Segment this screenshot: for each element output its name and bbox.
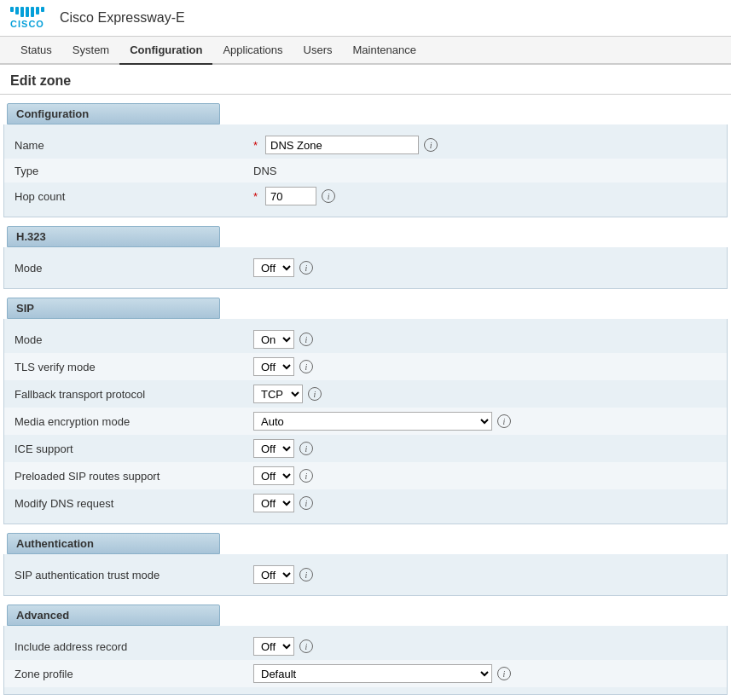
app-title: Cisco Expressway-E: [60, 10, 185, 26]
header: CISCO Cisco Expressway-E: [0, 0, 731, 37]
row-hop-count: Hop count * i: [4, 182, 727, 210]
nav-users[interactable]: Users: [293, 37, 343, 63]
info-sip-auth-trust-icon[interactable]: i: [299, 568, 313, 581]
section-configuration-header: Configuration: [7, 103, 220, 124]
value-h323-mode: Off On i: [253, 258, 313, 277]
label-sip-auth-trust: SIP authentication trust mode: [15, 569, 253, 581]
type-value: DNS: [253, 165, 276, 177]
row-name: Name * i: [4, 131, 727, 159]
label-modify-dns: Modify DNS request: [15, 497, 253, 510]
nav-maintenance[interactable]: Maintenance: [342, 37, 426, 63]
row-media-encryption: Media encryption mode Auto Best effort F…: [4, 408, 727, 435]
label-hop-count: Hop count: [15, 190, 253, 203]
cisco-text: CISCO: [10, 19, 44, 29]
section-authentication: Authentication SIP authentication trust …: [0, 533, 731, 596]
section-h323-header: H.323: [7, 226, 220, 247]
row-preloaded-sip: Preloaded SIP routes support Off On i: [4, 462, 727, 489]
info-ice-support-icon[interactable]: i: [299, 442, 313, 455]
label-sip-mode: Mode: [15, 333, 253, 346]
row-modify-dns: Modify DNS request Off On i: [4, 489, 727, 517]
select-tls-verify[interactable]: Off On: [253, 357, 294, 376]
info-sip-mode-icon[interactable]: i: [299, 333, 313, 346]
page-title: Edit zone: [0, 65, 731, 95]
cisco-bars: [10, 7, 44, 17]
value-name: * i: [253, 136, 438, 154]
nav-configuration[interactable]: Configuration: [119, 37, 212, 65]
required-hop: *: [253, 190, 258, 203]
value-tls-verify: Off On i: [253, 357, 313, 376]
section-configuration-body: Name * i Type DNS Hop count * i: [3, 124, 728, 217]
input-name[interactable]: [265, 136, 419, 154]
label-ice-support: ICE support: [15, 443, 253, 455]
row-include-address: Include address record Off On i: [4, 633, 727, 660]
label-preloaded-sip: Preloaded SIP routes support: [15, 470, 253, 483]
required-name: *: [253, 139, 258, 152]
section-configuration: Configuration Name * i Type DNS Hop coun…: [0, 103, 731, 217]
row-fallback-transport: Fallback transport protocol TCP TLS UDP …: [4, 380, 727, 408]
label-zone-profile: Zone profile: [15, 668, 253, 680]
row-sip-auth-trust: SIP authentication trust mode Off On i: [4, 561, 727, 588]
label-h323-mode: Mode: [15, 262, 253, 275]
section-authentication-header: Authentication: [7, 533, 220, 554]
nav-status[interactable]: Status: [10, 37, 62, 63]
section-h323: H.323 Mode Off On i: [0, 226, 731, 289]
row-tls-verify: TLS verify mode Off On i: [4, 353, 727, 380]
select-media-encryption[interactable]: Auto Best effort Force encrypted Force u…: [253, 412, 492, 431]
select-sip-auth-trust[interactable]: Off On: [253, 565, 294, 584]
row-h323-mode: Mode Off On i: [4, 254, 727, 281]
value-type: DNS: [253, 165, 276, 177]
select-include-address[interactable]: Off On: [253, 637, 294, 656]
label-media-encryption: Media encryption mode: [15, 415, 253, 428]
section-sip-body: Mode On Off i TLS verify mode Off On i: [3, 319, 728, 524]
info-name-icon[interactable]: i: [424, 138, 438, 152]
info-hop-icon[interactable]: i: [322, 189, 335, 203]
bar4: [26, 7, 29, 17]
section-authentication-body: SIP authentication trust mode Off On i: [3, 554, 728, 596]
bar2: [15, 7, 19, 14]
section-h323-body: Mode Off On i: [3, 247, 728, 289]
section-sip-header: SIP: [7, 298, 220, 319]
label-tls-verify: TLS verify mode: [15, 361, 253, 373]
label-include-address: Include address record: [15, 640, 253, 653]
nav: Status System Configuration Applications…: [0, 37, 731, 65]
info-preloaded-sip-icon[interactable]: i: [299, 469, 313, 483]
row-sip-mode: Mode On Off i: [4, 326, 727, 353]
select-modify-dns[interactable]: Off On: [253, 494, 294, 512]
bar3: [20, 7, 24, 17]
nav-system[interactable]: System: [62, 37, 119, 63]
label-fallback-transport: Fallback transport protocol: [15, 388, 253, 401]
bar1: [10, 7, 14, 12]
section-advanced: Advanced Include address record Off On i…: [0, 605, 731, 695]
label-type: Type: [15, 165, 253, 177]
select-h323-mode[interactable]: Off On: [253, 258, 294, 277]
info-media-encryption-icon[interactable]: i: [497, 414, 511, 428]
value-sip-auth-trust: Off On i: [253, 565, 313, 584]
info-include-address-icon[interactable]: i: [299, 639, 313, 653]
info-zone-profile-icon[interactable]: i: [497, 667, 511, 680]
info-fallback-transport-icon[interactable]: i: [308, 387, 322, 401]
input-hop-count[interactable]: [265, 187, 316, 205]
section-sip: SIP Mode On Off i TLS verify mode Off On…: [0, 298, 731, 524]
row-type: Type DNS: [4, 159, 727, 182]
value-sip-mode: On Off i: [253, 330, 313, 349]
bar7: [41, 7, 44, 12]
row-zone-profile: Zone profile Default Custom CiscoUnified…: [4, 660, 727, 687]
select-fallback-transport[interactable]: TCP TLS UDP: [253, 385, 303, 403]
value-hop-count: * i: [253, 187, 335, 205]
nav-applications[interactable]: Applications: [212, 37, 293, 63]
info-modify-dns-icon[interactable]: i: [299, 496, 313, 510]
cisco-logo: CISCO: [10, 7, 44, 29]
select-preloaded-sip[interactable]: Off On: [253, 466, 294, 485]
value-preloaded-sip: Off On i: [253, 466, 313, 485]
label-name: Name: [15, 139, 253, 152]
select-sip-mode[interactable]: On Off: [253, 330, 294, 349]
value-media-encryption: Auto Best effort Force encrypted Force u…: [253, 412, 511, 431]
info-tls-verify-icon[interactable]: i: [299, 360, 313, 373]
info-h323-mode-icon[interactable]: i: [299, 261, 313, 275]
row-ice-support: ICE support Off On i: [4, 435, 727, 462]
value-fallback-transport: TCP TLS UDP i: [253, 385, 322, 403]
select-ice-support[interactable]: Off On: [253, 439, 294, 458]
bar6: [36, 7, 39, 14]
section-advanced-body: Include address record Off On i Zone pro…: [3, 626, 728, 695]
select-zone-profile[interactable]: Default Custom CiscoUnified Microsoft: [253, 664, 492, 683]
